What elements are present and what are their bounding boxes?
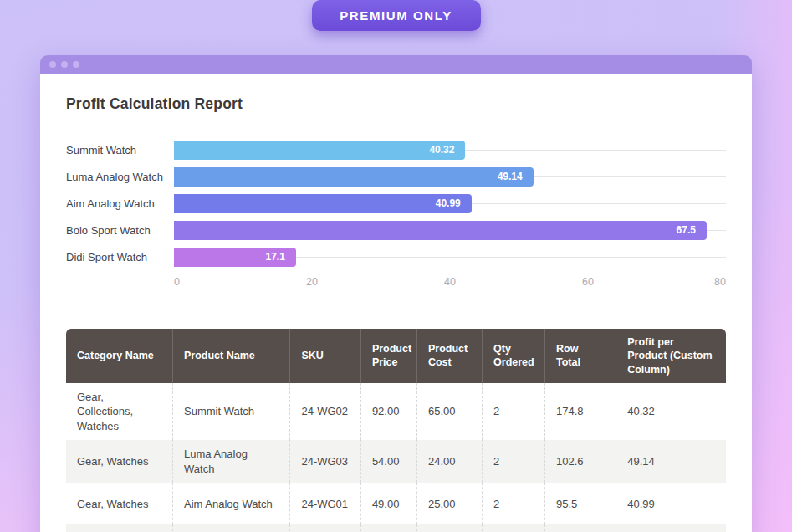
chart-category-label: Didi Sport Watch xyxy=(66,251,174,263)
chart-row: Didi Sport Watch17.1 xyxy=(66,243,726,270)
table-row: Gear, WatchesLuma Analog Watch24-WG0354.… xyxy=(66,440,726,483)
table-row: Gear, Collections, WatchesBolo Sport Wat… xyxy=(66,524,726,532)
premium-only-badge: PREMIUM ONLY xyxy=(312,0,481,31)
column-header: SKU xyxy=(289,329,360,383)
axis-tick-label: 0 xyxy=(174,276,180,288)
axis-tick-label: 20 xyxy=(306,276,318,288)
table-cell: 65.00 xyxy=(416,383,482,441)
table-header-row: Category NameProduct NameSKUProduct Pric… xyxy=(66,329,726,383)
chart-bar: 67.5 xyxy=(174,221,707,240)
table-cell: 2 xyxy=(482,383,544,441)
table-cell: 2 xyxy=(482,440,544,483)
chart-track: 49.14 xyxy=(174,167,726,187)
table-cell: 2 xyxy=(482,483,544,524)
table-row: Gear, WatchesAim Analog Watch24-WG0149.0… xyxy=(66,483,726,524)
chart-category-label: Aim Analog Watch xyxy=(66,197,174,210)
table-cell: 18.00 xyxy=(416,524,482,532)
chart-x-axis: 020406080 xyxy=(174,276,726,289)
window-control-dot-icon xyxy=(73,61,79,68)
chart-bar: 49.14 xyxy=(174,167,534,187)
chart-category-label: Bolo Sport Watch xyxy=(66,224,174,237)
report-table: Category NameProduct NameSKUProduct Pric… xyxy=(66,329,726,532)
table-cell: 49.14 xyxy=(616,440,726,483)
table-cell: 3 xyxy=(482,524,544,532)
table-cell: 43.00 xyxy=(360,524,416,532)
chart-track: 67.5 xyxy=(174,221,726,240)
chart-track: 40.99 xyxy=(174,194,726,213)
table-cell: 54.00 xyxy=(360,440,416,483)
table-cell: 25.00 xyxy=(416,483,482,524)
table-cell: Gear, Watches xyxy=(66,483,172,524)
chart-row: Luma Analog Watch49.14 xyxy=(66,163,726,190)
chart-row: Summit Watch40.32 xyxy=(66,136,726,163)
report-window: Profit Calculation Report Summit Watch40… xyxy=(40,55,752,532)
axis-tick-label: 40 xyxy=(444,276,456,288)
table-cell: Gear, Collections, Watches xyxy=(66,383,172,441)
table-cell: 24-WG02 xyxy=(289,383,360,441)
column-header: Qty Ordered xyxy=(482,329,544,383)
table-cell: 92.00 xyxy=(360,383,416,441)
premium-only-badge-label: PREMIUM ONLY xyxy=(340,8,452,23)
table-cell: 95.5 xyxy=(544,483,616,524)
table-cell: Summit Watch xyxy=(172,383,289,441)
table-row: Gear, Collections, WatchesSummit Watch24… xyxy=(66,383,726,441)
table-cell: Gear, Collections, Watches xyxy=(66,524,172,532)
chart-row: Bolo Sport Watch67.5 xyxy=(66,217,726,243)
table-cell: Luma Analog Watch xyxy=(172,440,289,483)
table-cell: 40.32 xyxy=(616,383,726,441)
table-cell: Gear, Watches xyxy=(66,440,172,483)
axis-tick-label: 80 xyxy=(714,276,726,288)
page-title: Profit Calculation Report xyxy=(66,74,726,113)
table-cell: 67.5 xyxy=(616,524,726,532)
column-header: Profit per Product (Custom Column) xyxy=(616,329,726,383)
chart-track: 17.1 xyxy=(174,248,726,267)
chart-track: 40.32 xyxy=(174,141,726,160)
chart-bar: 40.99 xyxy=(174,194,472,213)
column-header: Row Total xyxy=(544,329,616,383)
axis-tick-label: 60 xyxy=(582,276,594,288)
bar-value-label: 40.32 xyxy=(429,144,465,156)
table-cell: 174.8 xyxy=(544,383,616,441)
chart-category-label: Summit Watch xyxy=(66,144,174,156)
chart-category-label: Luma Analog Watch xyxy=(66,171,174,183)
column-header: Product Cost xyxy=(416,329,482,383)
profit-bar-chart: Summit Watch40.32Luma Analog Watch49.14A… xyxy=(66,136,726,289)
chart-bar: 17.1 xyxy=(174,248,296,267)
bar-value-label: 67.5 xyxy=(677,224,707,236)
window-content: Profit Calculation Report Summit Watch40… xyxy=(40,74,752,532)
table-cell: 129.0 xyxy=(544,524,616,532)
chart-row: Aim Analog Watch40.99 xyxy=(66,190,726,217)
window-titlebar xyxy=(40,55,752,74)
table-cell: 40.99 xyxy=(616,483,726,524)
table-cell: Aim Analog Watch xyxy=(172,483,289,524)
bar-value-label: 17.1 xyxy=(266,251,296,263)
bar-value-label: 49.14 xyxy=(498,171,534,182)
bar-value-label: 40.99 xyxy=(436,197,472,209)
table-cell: 24-WG01 xyxy=(289,483,360,524)
table-cell: Bolo Sport Watch xyxy=(172,524,289,532)
column-header: Category Name xyxy=(66,329,172,383)
window-control-dot-icon xyxy=(49,61,56,68)
table-cell: 102.6 xyxy=(544,440,616,483)
column-header: Product Price xyxy=(360,329,416,383)
table-cell: 49.00 xyxy=(360,483,416,524)
table-cell: 24-WG09 xyxy=(289,524,360,532)
window-control-dot-icon xyxy=(61,61,68,68)
table-cell: 24.00 xyxy=(416,440,482,483)
chart-bar: 40.32 xyxy=(174,141,465,160)
table-cell: 24-WG03 xyxy=(289,440,360,483)
column-header: Product Name xyxy=(172,329,289,383)
